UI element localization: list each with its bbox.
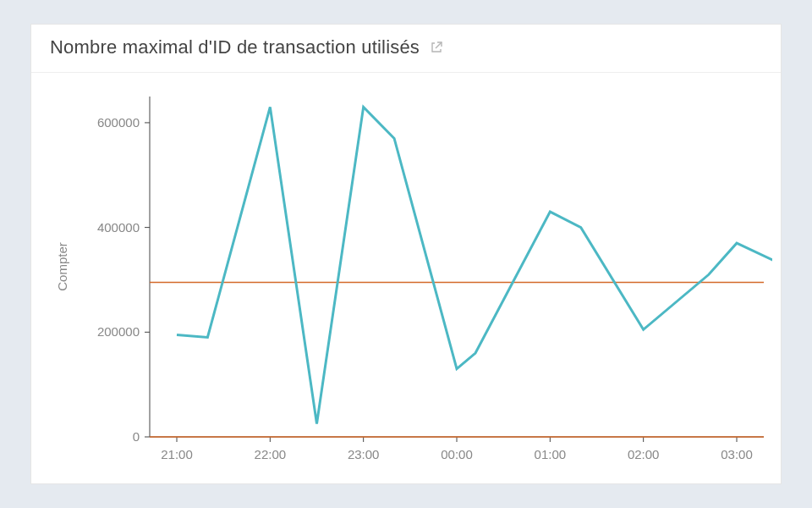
card-header: Nombre maximal d'ID de transaction utili… [31, 25, 781, 73]
chart-plot-area: 020000040000060000021:0022:0023:0000:000… [31, 73, 781, 483]
chart-svg: 020000040000060000021:0022:0023:0000:000… [40, 90, 772, 475]
data-series-line [177, 107, 772, 423]
x-tick-label: 22:00 [255, 447, 287, 461]
x-tick-label: 01:00 [535, 447, 567, 461]
x-tick-label: 23:00 [348, 447, 380, 461]
y-tick-label: 400000 [97, 220, 140, 235]
x-tick-label: 02:00 [628, 447, 660, 461]
x-tick-label: 00:00 [441, 447, 473, 461]
chart-card: Nombre maximal d'ID de transaction utili… [30, 24, 782, 484]
chart-title: Nombre maximal d'ID de transaction utili… [50, 36, 420, 58]
y-tick-label: 600000 [97, 115, 140, 130]
popout-icon[interactable] [430, 41, 443, 54]
y-tick-label: 200000 [97, 324, 140, 339]
y-axis-title: Compter [55, 242, 69, 291]
y-tick-label: 0 [133, 429, 140, 444]
x-tick-label: 03:00 [721, 447, 753, 461]
x-tick-label: 21:00 [161, 447, 193, 461]
